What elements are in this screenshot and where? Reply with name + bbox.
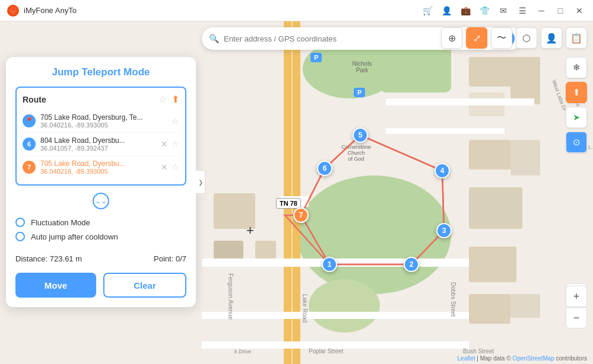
svg-rect-16 — [510, 294, 540, 318]
stats-row: Distance: 723.61 m Point: 0/7 — [15, 250, 186, 268]
user-icon[interactable]: 👤 — [440, 4, 453, 17]
briefcase-icon[interactable]: 💼 — [459, 4, 472, 17]
road-label-tn78: TN 78 — [276, 198, 301, 209]
menu-icon[interactable]: ☰ — [516, 4, 529, 17]
svg-rect-22 — [386, 98, 534, 106]
svg-point-2 — [309, 279, 380, 333]
map-point-4[interactable]: 4 — [435, 163, 450, 178]
cross-marker[interactable]: + — [246, 223, 254, 238]
shirt-icon[interactable]: 👕 — [478, 4, 491, 17]
fluctuation-radio-inner — [18, 220, 23, 225]
zoom-in-button[interactable]: + — [566, 286, 587, 307]
fluctuation-option[interactable]: Fluctuation Mode — [15, 215, 186, 229]
close-icon[interactable]: ✕ — [573, 4, 586, 17]
svg-text:Nichols: Nichols — [353, 60, 372, 67]
route-header: Route ☆ ⬆ — [23, 94, 179, 105]
svg-text:of God: of God — [348, 156, 364, 162]
route-item-icons-3: ✕ ☆ — [161, 162, 179, 172]
item-star-1[interactable]: ☆ — [172, 116, 179, 126]
fluctuation-radio[interactable] — [15, 218, 25, 227]
svg-text:k Drive: k Drive — [234, 349, 251, 355]
app-logo-icon: 📍 — [7, 5, 19, 17]
svg-rect-12 — [510, 140, 540, 175]
parking-marker-2: P — [354, 88, 365, 97]
route-item-2: 6 804 Lake Road, Dyersbu... 36.041057, -… — [23, 133, 179, 156]
distance-stat: Distance: 723.61 m — [15, 254, 82, 263]
maximize-icon[interactable]: □ — [554, 4, 567, 17]
svg-text:Lake Road: Lake Road — [302, 294, 308, 323]
map-toolbar: ⊕ ⤢ 〜 ⬡ 👤 📋 — [441, 27, 587, 49]
route-info-1: 705 Lake Road, Dyersburg, Te... 36.04021… — [40, 113, 167, 129]
route-addr-3: 705 Lake Road, Dyersbu... — [40, 159, 156, 168]
green-navigate-btn[interactable]: ➤ — [566, 107, 587, 128]
autojump-radio[interactable] — [15, 232, 25, 241]
history-tool-btn[interactable]: 📋 — [566, 27, 587, 49]
svg-point-1 — [297, 175, 451, 294]
route-num-7: 7 — [23, 161, 36, 174]
remove-item-3[interactable]: ✕ — [161, 162, 168, 172]
leaflet-link[interactable]: Leaflet — [458, 355, 475, 362]
distance-label: Distance: — [15, 254, 47, 263]
map-attribution: Leaflet | Map data © OpenStreetMap contr… — [458, 355, 587, 362]
svg-rect-7 — [255, 241, 276, 258]
route-header-icons: ☆ ⬆ — [158, 94, 179, 105]
route-coords-2: 36.041057, -89.392437 — [40, 145, 156, 152]
route-item-3: 7 705 Lake Road, Dyersbu... 36.040216, -… — [23, 156, 179, 178]
mail-icon[interactable]: ✉ — [497, 4, 510, 17]
map-point-5[interactable]: 5 — [353, 127, 368, 143]
svg-rect-8 — [469, 57, 516, 87]
svg-text:Park: Park — [356, 67, 369, 74]
collapse-panel-button[interactable]: ❯ — [196, 170, 205, 194]
zoom-out-button[interactable]: − — [566, 307, 587, 328]
route-tool-btn[interactable]: 〜 — [491, 27, 512, 49]
titlebar: 📍 iMyFone AnyTo 🛒 👤 💼 👕 ✉ ☰ ─ □ ✕ — [0, 0, 593, 21]
item-star-2[interactable]: ☆ — [172, 139, 179, 149]
map-point-7[interactable]: 7 — [293, 207, 309, 223]
clear-button[interactable]: Clear — [103, 273, 186, 298]
title-controls: 🛒 👤 💼 👕 ✉ ☰ ─ □ ✕ — [421, 4, 586, 17]
svg-rect-23 — [386, 128, 505, 134]
panel-card: Jump Teleport Mode Route ☆ ⬆ 📍 705 Lake … — [6, 57, 196, 307]
item-star-3[interactable]: ☆ — [172, 162, 179, 172]
map-point-6[interactable]: 6 — [317, 161, 332, 176]
svg-rect-11 — [469, 140, 510, 170]
route-info-3: 705 Lake Road, Dyersbu... 36.040216, -89… — [40, 159, 156, 175]
expand-button[interactable]: ⌄⌄ — [93, 193, 109, 209]
autojump-radio-inner — [18, 234, 23, 239]
svg-rect-10 — [510, 57, 540, 104]
map-point-2[interactable]: 2 — [404, 257, 419, 272]
route-num-6: 6 — [23, 138, 36, 151]
minimize-icon[interactable]: ─ — [535, 4, 548, 17]
map-point-3[interactable]: 3 — [436, 223, 452, 238]
expand-wrap: ⌄⌄ — [15, 193, 186, 209]
map-point-1[interactable]: 1 — [322, 257, 337, 272]
toggle-btn[interactable]: ⊙ — [566, 132, 587, 153]
osm-link[interactable]: OpenStreetMap — [512, 355, 554, 362]
route-star-icon[interactable]: ☆ — [158, 94, 167, 105]
route-item-icons-2: ✕ ☆ — [161, 139, 179, 149]
waypoint-tool-btn[interactable]: ⬡ — [516, 27, 537, 49]
svg-text:Cornerstone: Cornerstone — [341, 144, 371, 150]
svg-text:Ferguson Avenue: Ferguson Avenue — [227, 273, 234, 320]
remove-item-2[interactable]: ✕ — [161, 139, 168, 149]
crosshair-tool-btn[interactable]: ⊕ — [441, 27, 462, 49]
parking-marker-1: P — [310, 53, 322, 62]
svg-rect-14 — [469, 247, 516, 282]
distance-value: 723.61 m — [50, 254, 82, 263]
svg-rect-20 — [202, 312, 469, 319]
cart-icon[interactable]: 🛒 — [421, 4, 434, 17]
export-up-btn[interactable]: ⬆ — [566, 82, 587, 103]
main-content: Ferguson Avenue Poplar Street Dobbs Stre… — [0, 21, 593, 364]
jump-tool-btn[interactable]: ⤢ — [466, 27, 487, 49]
app-logo: 📍 iMyFone AnyTo — [7, 5, 77, 17]
route-import-icon[interactable]: ⬆ — [172, 94, 179, 105]
action-buttons: Move Clear — [15, 273, 186, 298]
move-button[interactable]: Move — [15, 273, 96, 298]
person-tool-btn[interactable]: 👤 — [541, 27, 562, 49]
fluctuation-label: Fluctuation Mode — [31, 218, 90, 227]
autojump-option[interactable]: Auto jump after cooldown — [15, 229, 186, 244]
left-panel: Jump Teleport Mode Route ☆ ⬆ 📍 705 Lake … — [6, 57, 196, 307]
route-item-icons-1: ☆ — [172, 116, 179, 126]
snowflake-btn[interactable]: ❄ — [566, 57, 587, 78]
point-stat: Point: 0/7 — [154, 254, 186, 263]
